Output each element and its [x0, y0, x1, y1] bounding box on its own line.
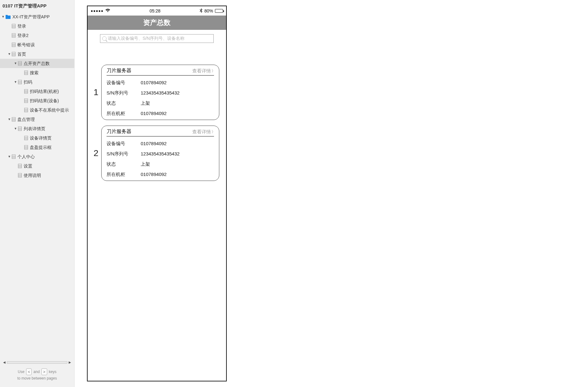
view-detail-link[interactable]: 查看详情》	[192, 68, 214, 74]
tree-item-label: 搜索	[30, 70, 39, 76]
tree-item[interactable]: ▼XX-IT资产管理APP	[0, 12, 74, 21]
scroll-right-arrow-icon[interactable]: ▶	[69, 361, 71, 364]
tree-item[interactable]: 搜索	[0, 68, 74, 77]
tree-item[interactable]: 设置	[0, 161, 74, 171]
scroll-left-arrow-icon[interactable]: ◀	[3, 361, 6, 364]
tree-item[interactable]: 扫码结果(机柜)	[0, 87, 74, 96]
tree-item[interactable]: 使用说明	[0, 171, 74, 180]
page-icon	[18, 80, 22, 84]
key-left-icon: <	[26, 368, 32, 375]
page-icon	[24, 99, 28, 103]
tree-item-label: 盘点管理	[17, 116, 35, 122]
page-icon	[24, 136, 28, 140]
search-icon	[102, 36, 107, 41]
field-value-sn: 123435435435432	[141, 151, 180, 157]
field-value-cabinet: 0107894092	[141, 172, 166, 177]
asset-card-row: 2刀片服务器查看详情》设备编号0107894092S/N序列号123435435…	[91, 126, 223, 181]
bluetooth-icon	[200, 8, 203, 14]
field-value-sn: 123435435435432	[141, 90, 180, 96]
sidebar: 0107 IT资产管理APP ▼XX-IT资产管理APP登录登录2帐号错误▼首页…	[0, 0, 75, 387]
tree-item[interactable]: 登录2	[0, 31, 74, 40]
page-icon	[24, 89, 28, 94]
status-bar: ●●●●● 05:28 80%	[88, 6, 226, 16]
page-icon	[12, 24, 16, 28]
folder-icon	[6, 14, 11, 19]
tree-item-label: 登录	[17, 23, 26, 29]
tree-item[interactable]: 设备详情页	[0, 133, 74, 143]
page-icon	[24, 145, 28, 150]
tree-item-label: 设备详情页	[30, 135, 52, 141]
caret-down-icon[interactable]: ▼	[7, 51, 11, 57]
field-label-cabinet: 所在机柜	[107, 172, 141, 177]
key-right-icon: >	[41, 368, 47, 375]
horizontal-scrollbar[interactable]: ◀ ▶	[0, 359, 74, 365]
card-index: 2	[91, 148, 101, 158]
page-icon	[18, 164, 22, 168]
page-icon	[12, 52, 16, 56]
tree-item[interactable]: 扫码结果(设备)	[0, 96, 74, 105]
tree-item[interactable]: ▼个人中心	[0, 152, 74, 161]
page-icon	[12, 154, 16, 159]
search-placeholder: 请输入设备编号、S/N序列号、设备名称	[108, 36, 185, 41]
page-icon	[18, 61, 22, 66]
caret-down-icon[interactable]: ▼	[14, 79, 17, 85]
status-time: 05:28	[150, 8, 161, 13]
tree-item-label: 首页	[17, 51, 26, 57]
field-label-sn: S/N序列号	[107, 90, 141, 96]
field-value-state: 上架	[141, 161, 150, 167]
caret-down-icon[interactable]: ▼	[7, 116, 11, 122]
field-value-cabinet: 0107894092	[141, 111, 166, 117]
field-value-device-no: 0107894092	[141, 80, 166, 86]
field-label-state: 状态	[107, 161, 141, 167]
tree-item-label: 设备不在系统中提示	[30, 107, 69, 113]
card-title: 刀片服务器	[107, 128, 131, 135]
view-detail-link[interactable]: 查看详情》	[192, 129, 214, 135]
tree-item-label: 帐号错误	[17, 42, 35, 48]
field-label-device-no: 设备编号	[107, 80, 141, 86]
field-label-device-no: 设备编号	[107, 141, 141, 147]
tree-item[interactable]: 登录	[0, 21, 74, 31]
asset-card: 刀片服务器查看详情》设备编号0107894092S/N序列号1234354354…	[101, 126, 219, 181]
field-label-cabinet: 所在机柜	[107, 111, 141, 117]
page-icon	[24, 108, 28, 112]
search-input[interactable]: 请输入设备编号、S/N序列号、设备名称	[100, 34, 214, 43]
phone-frame: ●●●●● 05:28 80% 资产总数 请输入设备编号、S/N序列号、设备名称	[87, 6, 227, 381]
caret-down-icon[interactable]: ▼	[14, 60, 17, 67]
field-label-sn: S/N序列号	[107, 151, 141, 157]
page-tree: ▼XX-IT资产管理APP登录登录2帐号错误▼首页▼点开资产总数搜索▼扫码扫码结…	[0, 12, 74, 359]
tree-item-label: 列表详情页	[24, 126, 45, 132]
tree-item[interactable]: ▼盘点管理	[0, 115, 74, 124]
tree-item[interactable]: 帐号错误	[0, 40, 74, 49]
tree-item-label: 点开资产总数	[24, 60, 50, 67]
asset-card-row: 1刀片服务器查看详情》设备编号0107894092S/N序列号123435435…	[91, 65, 223, 120]
tree-item[interactable]: ▼扫码	[0, 77, 74, 87]
caret-down-icon[interactable]: ▼	[7, 154, 11, 160]
asset-card-list: 1刀片服务器查看详情》设备编号0107894092S/N序列号123435435…	[88, 65, 226, 181]
scroll-track[interactable]	[7, 361, 67, 364]
tree-item[interactable]: ▼首页	[0, 49, 74, 59]
page-icon	[18, 127, 22, 131]
tree-item-label: 设置	[24, 163, 32, 169]
tree-item-label: XX-IT资产管理APP	[12, 14, 50, 20]
page-icon	[18, 173, 22, 177]
caret-down-icon[interactable]: ▼	[14, 126, 17, 132]
tree-item-label: 使用说明	[24, 172, 41, 178]
tree-item-label: 扫码结果(机柜)	[30, 88, 59, 94]
design-canvas: ●●●●● 05:28 80% 资产总数 请输入设备编号、S/N序列号、设备名称	[75, 0, 588, 387]
page-icon	[24, 71, 28, 75]
signal-dots-icon: ●●●●●	[91, 9, 103, 13]
caret-down-icon[interactable]: ▼	[1, 14, 5, 20]
card-title: 刀片服务器	[107, 67, 131, 74]
tree-item-label: 登录2	[17, 32, 29, 39]
page-icon	[12, 33, 16, 38]
tree-item[interactable]: ▼点开资产总数	[0, 59, 74, 68]
app-header-title: 资产总数	[88, 16, 226, 30]
app-body: 请输入设备编号、S/N序列号、设备名称 1刀片服务器查看详情》设备编号01078…	[88, 30, 226, 381]
project-title: 0107 IT资产管理APP	[0, 0, 74, 12]
field-label-state: 状态	[107, 100, 141, 106]
tree-item[interactable]: ▼列表详情页	[0, 124, 74, 133]
battery-icon	[215, 9, 223, 13]
tree-item[interactable]: 盘盈提示框	[0, 143, 74, 152]
asset-card: 刀片服务器查看详情》设备编号0107894092S/N序列号1234354354…	[101, 65, 219, 120]
tree-item[interactable]: 设备不在系统中提示	[0, 105, 74, 115]
